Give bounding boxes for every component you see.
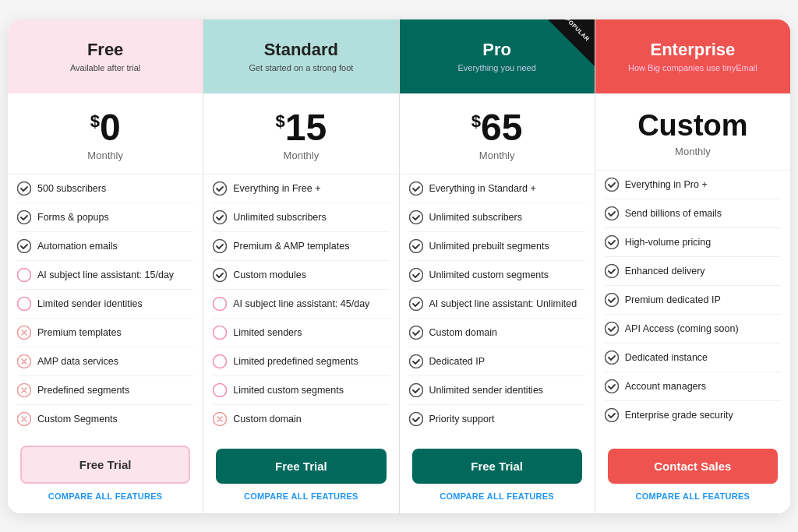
list-item: Dedicated IP [409,347,585,376]
feature-text: AI subject line assistant: 15/day [37,270,174,280]
list-item: Forms & popups [17,203,193,232]
feature-text: Send billions of emails [625,208,722,219]
check-icon [605,322,619,336]
feature-text: Enhanced delivery [625,266,705,277]
partial-icon [213,354,227,368]
list-item: Everything in Free + [213,174,389,203]
plan-name-enterprise: Enterprise [650,40,735,60]
svg-point-13 [214,297,227,310]
list-item: Account managers [605,372,781,401]
feature-text: Everything in Pro + [625,179,708,190]
svg-point-29 [605,235,618,248]
svg-point-35 [605,408,618,421]
cta-button-enterprise[interactable]: Contact Sales [608,449,778,484]
list-item: Unlimited prebuilt segments [409,232,585,261]
check-icon [409,181,423,196]
svg-point-21 [409,268,422,281]
list-item: API Access (coming soon) [605,315,781,344]
plan-features-enterprise: Everything in Pro +Send billions of emai… [595,171,790,436]
svg-point-0 [18,181,31,195]
svg-point-28 [605,206,618,220]
cta-button-standard[interactable]: Free Trial [216,449,386,484]
svg-point-27 [605,178,618,191]
plan-header-pro: POPULARProEverything you need [400,19,595,93]
svg-point-25 [409,383,422,396]
partial-icon [17,268,31,282]
plan-footer-enterprise: Contact SalesCOMPARE ALL FEATURES [595,436,790,513]
plan-tagline-free: Available after trial [70,63,140,72]
svg-point-32 [605,322,618,335]
plan-price-section-enterprise: CustomMonthly [595,93,790,171]
svg-point-33 [605,351,618,364]
list-item: Limited predefined segments [213,347,389,376]
list-item: Unlimited subscribers [409,203,585,232]
list-item: Custom domain [213,405,389,433]
compare-link-pro[interactable]: COMPARE ALL FEATURES [440,491,554,501]
compare-link-enterprise[interactable]: COMPARE ALL FEATURES [635,491,750,501]
unavailable-icon [17,383,31,397]
list-item: Priority support [409,405,585,433]
list-item: AI subject line assistant: 45/day [213,290,389,319]
svg-point-9 [214,181,227,195]
plan-name-standard: Standard [264,40,338,60]
list-item: Predefined segments [17,376,193,405]
check-icon [605,235,619,249]
cta-button-free[interactable]: Free Trial [20,446,190,484]
feature-text: Unlimited subscribers [233,212,326,223]
plan-header-standard: StandardGet started on a strong foot [203,19,398,93]
feature-text: Forms & popups [37,212,109,223]
svg-point-10 [214,210,227,224]
feature-text: Enterprise grade security [625,410,733,421]
feature-text: API Access (coming soon) [625,323,739,334]
unavailable-icon [17,326,31,340]
plan-card-free: FreeAvailable after trial$0Monthly500 su… [8,19,203,513]
plan-footer-standard: Free TrialCOMPARE ALL FEATURES [203,436,398,513]
compare-link-free[interactable]: COMPARE ALL FEATURES [48,491,163,501]
feature-text: Predefined segments [37,385,129,396]
list-item: AMP data services [17,347,193,376]
plan-name-free: Free [87,40,123,60]
plan-period-free: Monthly [20,150,190,161]
list-item: Unlimited custom segments [409,261,585,290]
check-icon [605,293,619,307]
cta-button-pro[interactable]: Free Trial [412,449,582,484]
svg-point-18 [409,181,422,195]
list-item: Limited sender identities [17,290,193,319]
check-icon [409,297,423,311]
feature-text: Custom Segments [37,414,118,425]
feature-text: Account managers [625,381,706,392]
feature-text: AMP data services [37,356,118,367]
svg-point-14 [214,326,227,339]
list-item: 500 subscribers [17,174,193,203]
svg-point-15 [214,354,227,368]
compare-link-standard[interactable]: COMPARE ALL FEATURES [244,491,358,501]
feature-text: Premium & AMP templates [233,241,349,252]
check-icon [605,206,619,220]
feature-text: Unlimited custom segments [429,270,549,280]
list-item: Limited custom segments [213,376,389,405]
feature-text: Custom domain [233,414,302,425]
feature-text: Unlimited subscribers [429,212,522,223]
check-icon [409,239,423,253]
partial-icon [17,297,31,311]
plan-period-enterprise: Monthly [608,146,778,157]
check-icon [409,326,423,340]
plan-period-standard: Monthly [216,150,386,161]
plan-footer-pro: Free TrialCOMPARE ALL FEATURES [400,436,595,513]
list-item: Premium dedicated IP [605,286,781,315]
check-icon [213,268,227,282]
plan-price-enterprise: Custom [608,109,778,143]
check-icon [409,210,423,224]
svg-point-4 [18,297,31,310]
svg-point-34 [605,379,618,393]
feature-text: Limited sender identities [37,298,143,309]
check-icon [17,239,31,253]
check-icon [17,181,31,196]
partial-icon [213,297,227,311]
partial-icon [213,383,227,397]
feature-text: Limited predefined segments [233,356,358,367]
svg-point-11 [214,239,227,252]
check-icon [605,379,619,393]
feature-text: AI subject line assistant: 45/day [233,298,369,309]
plan-name-pro: Pro [482,40,511,60]
